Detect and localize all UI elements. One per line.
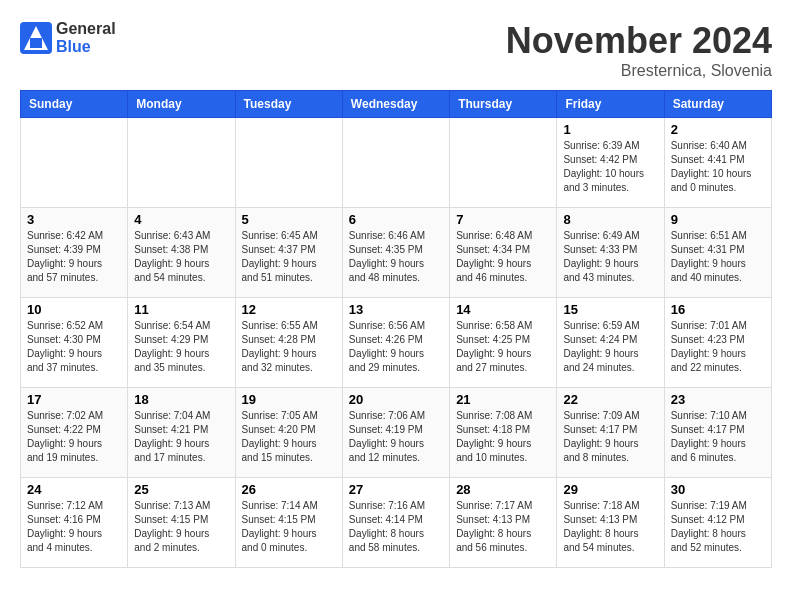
cell-detail: Sunrise: 6:52 AMSunset: 4:30 PMDaylight:… xyxy=(27,319,121,375)
calendar-cell: 11Sunrise: 6:54 AMSunset: 4:29 PMDayligh… xyxy=(128,298,235,388)
day-number: 2 xyxy=(671,122,765,137)
calendar-cell: 9Sunrise: 6:51 AMSunset: 4:31 PMDaylight… xyxy=(664,208,771,298)
weekday-header: Thursday xyxy=(450,91,557,118)
cell-detail: Sunrise: 7:18 AMSunset: 4:13 PMDaylight:… xyxy=(563,499,657,555)
day-number: 29 xyxy=(563,482,657,497)
day-number: 17 xyxy=(27,392,121,407)
calendar-week-row: 10Sunrise: 6:52 AMSunset: 4:30 PMDayligh… xyxy=(21,298,772,388)
cell-detail: Sunrise: 7:05 AMSunset: 4:20 PMDaylight:… xyxy=(242,409,336,465)
cell-detail: Sunrise: 6:55 AMSunset: 4:28 PMDaylight:… xyxy=(242,319,336,375)
title-area: November 2024 Bresternica, Slovenia xyxy=(506,20,772,80)
day-number: 7 xyxy=(456,212,550,227)
cell-detail: Sunrise: 6:51 AMSunset: 4:31 PMDaylight:… xyxy=(671,229,765,285)
cell-detail: Sunrise: 6:42 AMSunset: 4:39 PMDaylight:… xyxy=(27,229,121,285)
day-number: 20 xyxy=(349,392,443,407)
weekday-header: Wednesday xyxy=(342,91,449,118)
calendar-cell: 23Sunrise: 7:10 AMSunset: 4:17 PMDayligh… xyxy=(664,388,771,478)
cell-detail: Sunrise: 7:17 AMSunset: 4:13 PMDaylight:… xyxy=(456,499,550,555)
day-number: 23 xyxy=(671,392,765,407)
weekday-header: Tuesday xyxy=(235,91,342,118)
day-number: 4 xyxy=(134,212,228,227)
calendar-cell: 3Sunrise: 6:42 AMSunset: 4:39 PMDaylight… xyxy=(21,208,128,298)
logo-general-text: General xyxy=(56,20,116,38)
calendar-cell: 6Sunrise: 6:46 AMSunset: 4:35 PMDaylight… xyxy=(342,208,449,298)
day-number: 18 xyxy=(134,392,228,407)
cell-detail: Sunrise: 7:16 AMSunset: 4:14 PMDaylight:… xyxy=(349,499,443,555)
cell-detail: Sunrise: 6:59 AMSunset: 4:24 PMDaylight:… xyxy=(563,319,657,375)
calendar-cell xyxy=(450,118,557,208)
cell-detail: Sunrise: 6:54 AMSunset: 4:29 PMDaylight:… xyxy=(134,319,228,375)
location-subtitle: Bresternica, Slovenia xyxy=(506,62,772,80)
calendar-week-row: 3Sunrise: 6:42 AMSunset: 4:39 PMDaylight… xyxy=(21,208,772,298)
day-number: 21 xyxy=(456,392,550,407)
calendar-cell: 18Sunrise: 7:04 AMSunset: 4:21 PMDayligh… xyxy=(128,388,235,478)
cell-detail: Sunrise: 7:02 AMSunset: 4:22 PMDaylight:… xyxy=(27,409,121,465)
day-number: 22 xyxy=(563,392,657,407)
day-number: 9 xyxy=(671,212,765,227)
svg-rect-2 xyxy=(30,38,42,48)
day-number: 16 xyxy=(671,302,765,317)
calendar-cell xyxy=(128,118,235,208)
cell-detail: Sunrise: 7:01 AMSunset: 4:23 PMDaylight:… xyxy=(671,319,765,375)
cell-detail: Sunrise: 6:40 AMSunset: 4:41 PMDaylight:… xyxy=(671,139,765,195)
cell-detail: Sunrise: 7:14 AMSunset: 4:15 PMDaylight:… xyxy=(242,499,336,555)
calendar-cell: 19Sunrise: 7:05 AMSunset: 4:20 PMDayligh… xyxy=(235,388,342,478)
cell-detail: Sunrise: 7:13 AMSunset: 4:15 PMDaylight:… xyxy=(134,499,228,555)
day-number: 19 xyxy=(242,392,336,407)
calendar-cell: 17Sunrise: 7:02 AMSunset: 4:22 PMDayligh… xyxy=(21,388,128,478)
day-number: 10 xyxy=(27,302,121,317)
calendar-cell: 14Sunrise: 6:58 AMSunset: 4:25 PMDayligh… xyxy=(450,298,557,388)
cell-detail: Sunrise: 6:49 AMSunset: 4:33 PMDaylight:… xyxy=(563,229,657,285)
calendar-cell: 30Sunrise: 7:19 AMSunset: 4:12 PMDayligh… xyxy=(664,478,771,568)
calendar-cell: 21Sunrise: 7:08 AMSunset: 4:18 PMDayligh… xyxy=(450,388,557,478)
cell-detail: Sunrise: 7:19 AMSunset: 4:12 PMDaylight:… xyxy=(671,499,765,555)
day-number: 15 xyxy=(563,302,657,317)
day-number: 14 xyxy=(456,302,550,317)
cell-detail: Sunrise: 7:12 AMSunset: 4:16 PMDaylight:… xyxy=(27,499,121,555)
page-header: General Blue November 2024 Bresternica, … xyxy=(20,20,772,80)
calendar-cell: 13Sunrise: 6:56 AMSunset: 4:26 PMDayligh… xyxy=(342,298,449,388)
cell-detail: Sunrise: 6:58 AMSunset: 4:25 PMDaylight:… xyxy=(456,319,550,375)
cell-detail: Sunrise: 7:10 AMSunset: 4:17 PMDaylight:… xyxy=(671,409,765,465)
calendar-cell: 20Sunrise: 7:06 AMSunset: 4:19 PMDayligh… xyxy=(342,388,449,478)
calendar-cell xyxy=(235,118,342,208)
cell-detail: Sunrise: 6:46 AMSunset: 4:35 PMDaylight:… xyxy=(349,229,443,285)
calendar-cell: 28Sunrise: 7:17 AMSunset: 4:13 PMDayligh… xyxy=(450,478,557,568)
calendar-cell: 29Sunrise: 7:18 AMSunset: 4:13 PMDayligh… xyxy=(557,478,664,568)
calendar-week-row: 17Sunrise: 7:02 AMSunset: 4:22 PMDayligh… xyxy=(21,388,772,478)
calendar-cell: 5Sunrise: 6:45 AMSunset: 4:37 PMDaylight… xyxy=(235,208,342,298)
day-number: 5 xyxy=(242,212,336,227)
calendar-cell: 22Sunrise: 7:09 AMSunset: 4:17 PMDayligh… xyxy=(557,388,664,478)
day-number: 1 xyxy=(563,122,657,137)
day-number: 13 xyxy=(349,302,443,317)
calendar-cell: 24Sunrise: 7:12 AMSunset: 4:16 PMDayligh… xyxy=(21,478,128,568)
calendar-week-row: 24Sunrise: 7:12 AMSunset: 4:16 PMDayligh… xyxy=(21,478,772,568)
day-number: 25 xyxy=(134,482,228,497)
calendar-cell: 27Sunrise: 7:16 AMSunset: 4:14 PMDayligh… xyxy=(342,478,449,568)
day-number: 12 xyxy=(242,302,336,317)
logo-blue-text: Blue xyxy=(56,38,116,56)
day-number: 8 xyxy=(563,212,657,227)
cell-detail: Sunrise: 6:43 AMSunset: 4:38 PMDaylight:… xyxy=(134,229,228,285)
day-number: 3 xyxy=(27,212,121,227)
day-number: 11 xyxy=(134,302,228,317)
day-number: 6 xyxy=(349,212,443,227)
cell-detail: Sunrise: 7:06 AMSunset: 4:19 PMDaylight:… xyxy=(349,409,443,465)
calendar-cell: 25Sunrise: 7:13 AMSunset: 4:15 PMDayligh… xyxy=(128,478,235,568)
weekday-header: Saturday xyxy=(664,91,771,118)
weekday-header: Sunday xyxy=(21,91,128,118)
calendar-cell xyxy=(21,118,128,208)
cell-detail: Sunrise: 7:09 AMSunset: 4:17 PMDaylight:… xyxy=(563,409,657,465)
day-number: 27 xyxy=(349,482,443,497)
logo: General Blue xyxy=(20,20,116,55)
cell-detail: Sunrise: 6:56 AMSunset: 4:26 PMDaylight:… xyxy=(349,319,443,375)
day-number: 30 xyxy=(671,482,765,497)
cell-detail: Sunrise: 6:45 AMSunset: 4:37 PMDaylight:… xyxy=(242,229,336,285)
cell-detail: Sunrise: 6:48 AMSunset: 4:34 PMDaylight:… xyxy=(456,229,550,285)
calendar-cell: 4Sunrise: 6:43 AMSunset: 4:38 PMDaylight… xyxy=(128,208,235,298)
calendar-cell: 16Sunrise: 7:01 AMSunset: 4:23 PMDayligh… xyxy=(664,298,771,388)
calendar-cell xyxy=(342,118,449,208)
calendar-cell: 10Sunrise: 6:52 AMSunset: 4:30 PMDayligh… xyxy=(21,298,128,388)
weekday-header: Friday xyxy=(557,91,664,118)
cell-detail: Sunrise: 7:08 AMSunset: 4:18 PMDaylight:… xyxy=(456,409,550,465)
